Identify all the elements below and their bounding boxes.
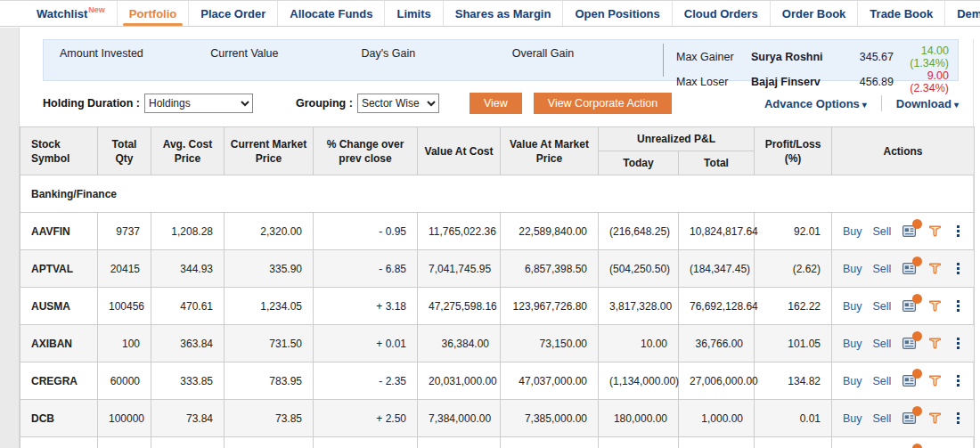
sector-group-label: Banking/Finance — [20, 175, 975, 213]
current-market-price-cell: 110.40 — [225, 437, 314, 448]
nav-tab-portfolio[interactable]: Portfolio — [118, 1, 189, 26]
grouping-select[interactable]: Sector Wise — [357, 94, 439, 113]
more-options-icon[interactable] — [953, 224, 963, 239]
more-options-icon[interactable] — [953, 336, 963, 351]
holding-row: AAVFIN97371,208.282,320.00- 0.9511,765,0… — [20, 213, 975, 250]
sell-button[interactable]: Sell — [872, 263, 891, 275]
stock-symbol-link[interactable]: APTVAL — [20, 250, 98, 288]
nav-tab-order-book[interactable]: Order Book — [771, 1, 859, 26]
pnl-today-cell: (1,134,000.00) — [599, 362, 679, 400]
stock-symbol-link[interactable]: AAVFIN — [20, 213, 98, 250]
summary-label-day-s-gain: Day's Gain — [362, 47, 512, 80]
buy-button[interactable]: Buy — [843, 338, 862, 350]
total-qty-cell: 20415 — [98, 250, 151, 288]
view-corporate-action-button[interactable]: View Corporate Action — [534, 93, 672, 114]
notification-dot-icon — [912, 369, 922, 379]
controls-bar: Holding Duration : Holdings Grouping : S… — [43, 93, 959, 114]
stock-symbol-link[interactable]: DCB — [20, 400, 98, 437]
value-at-cost-cell: 11,765,022.36 — [418, 213, 501, 250]
nav-tab-place-order[interactable]: Place Order — [189, 1, 278, 26]
col-header-pct-change: % Change over prev close — [314, 127, 418, 175]
col-header-stock-symbol: Stock Symbol — [20, 127, 98, 175]
actions-cell: BuySell — [832, 250, 975, 288]
value-at-cost-cell: 7,384,000.00 — [418, 400, 501, 437]
corporate-action-icon[interactable] — [927, 373, 943, 388]
pnl-today-cell: 10.00 — [599, 325, 679, 362]
notification-dot-icon — [912, 406, 922, 416]
advance-options-dropdown[interactable]: Advance Options▾ — [764, 97, 867, 110]
max-gainer-label: Max Gainer — [676, 51, 751, 63]
corporate-action-icon[interactable] — [927, 298, 943, 314]
buy-button[interactable]: Buy — [843, 375, 862, 387]
col-header-profit-loss-pct: Profit/Loss (%) — [755, 127, 832, 175]
nav-tab-watchlist[interactable]: WatchlistNew — [25, 1, 118, 26]
more-options-icon[interactable] — [953, 411, 963, 426]
nav-tab-shares-as-margin[interactable]: Shares as Margin — [444, 1, 564, 26]
nav-tab-label: Trade Book — [870, 7, 933, 20]
max-loser-name: Bajaj Finserv — [751, 76, 847, 88]
max-gainer-row: Max Gainer Surya Roshni 345.67 14.00 (1.… — [676, 45, 949, 69]
nav-tab-demat-allocation[interactable]: Demat Allocation — [945, 1, 980, 26]
nav-tab-trade-book[interactable]: Trade Book — [858, 1, 945, 26]
nav-tab-limits[interactable]: Limits — [385, 1, 443, 26]
download-label: Download — [896, 97, 951, 110]
more-options-icon[interactable] — [953, 298, 963, 314]
view-button[interactable]: View — [470, 93, 522, 114]
report-icon[interactable] — [902, 373, 917, 388]
report-icon[interactable] — [902, 224, 917, 239]
controls-divider — [881, 95, 882, 111]
avg-cost-price-cell: 333.85 — [151, 362, 225, 400]
nav-tab-open-positions[interactable]: Open Positions — [563, 1, 672, 26]
stock-symbol-link[interactable]: AUSMA — [20, 288, 98, 325]
grouping-label: Grouping : — [296, 97, 353, 110]
pnl-today-cell: (216,648.25) — [599, 213, 679, 250]
corporate-action-icon[interactable] — [927, 411, 943, 426]
pnl-total-cell: 76,692,128.64 — [679, 288, 755, 325]
sell-button[interactable]: Sell — [872, 375, 891, 387]
nav-tab-allocate-funds[interactable]: Allocate Funds — [278, 1, 385, 26]
buy-button[interactable]: Buy — [843, 225, 862, 238]
holding-duration-label: Holding Duration : — [43, 97, 140, 110]
sell-button[interactable]: Sell — [872, 338, 891, 350]
report-icon[interactable] — [902, 298, 917, 314]
new-badge: New — [88, 5, 105, 14]
corporate-action-icon[interactable] — [927, 261, 943, 276]
sell-button[interactable]: Sell — [872, 412, 891, 425]
stock-symbol-link[interactable]: CREGRA — [20, 362, 98, 400]
value-at-cost-cell: 12,579,785.40 — [418, 437, 501, 448]
report-icon[interactable] — [902, 261, 917, 276]
holding-duration-select[interactable]: Holdings — [144, 94, 253, 113]
max-loser-label: Max Loser — [676, 76, 751, 88]
stock-symbol-link[interactable]: AXIBAN — [20, 325, 98, 362]
buy-button[interactable]: Buy — [843, 263, 862, 275]
sell-button[interactable]: Sell — [872, 225, 891, 238]
sell-button[interactable]: Sell — [872, 300, 891, 313]
corporate-action-icon[interactable] — [927, 336, 943, 351]
buy-button[interactable]: Buy — [843, 412, 862, 425]
notification-dot-icon — [912, 294, 922, 304]
actions-cell: BuySell — [832, 400, 975, 437]
pct-change-cell: - 6.85 — [314, 250, 418, 288]
download-dropdown[interactable]: Download▾ — [896, 97, 959, 110]
top-nav: WatchlistNewPortfolioPlace OrderAllocate… — [0, 0, 980, 27]
notification-dot-icon — [912, 444, 922, 448]
pnl-total-cell: 36,766.00 — [679, 325, 755, 362]
nav-tab-cloud-orders[interactable]: Cloud Orders — [673, 1, 771, 26]
report-icon[interactable] — [902, 411, 917, 426]
pnl-total-cell: 27,006,000.00 — [679, 362, 755, 400]
pct-change-cell: + 2.50 — [314, 400, 418, 437]
report-icon[interactable] — [902, 336, 917, 351]
col-header-pnl-total: Total — [679, 151, 755, 175]
current-market-price-cell: 2,320.00 — [225, 213, 314, 250]
gainer-loser-block: Max Gainer Surya Roshni 345.67 14.00 (1.… — [664, 40, 958, 80]
stock-symbol-link[interactable]: EQUHOL — [20, 437, 98, 448]
pct-change-cell: - 2.35 — [314, 362, 418, 400]
pnl-total-cell: (184,347.45) — [679, 250, 755, 288]
actions-cell: BuySell — [832, 437, 975, 448]
summary-label-amount-invested: Amount Invested — [60, 47, 210, 80]
pct-change-cell: + 3.18 — [314, 288, 418, 325]
more-options-icon[interactable] — [953, 373, 963, 388]
corporate-action-icon[interactable] — [927, 224, 943, 239]
more-options-icon[interactable] — [953, 261, 963, 276]
buy-button[interactable]: Buy — [843, 300, 862, 313]
